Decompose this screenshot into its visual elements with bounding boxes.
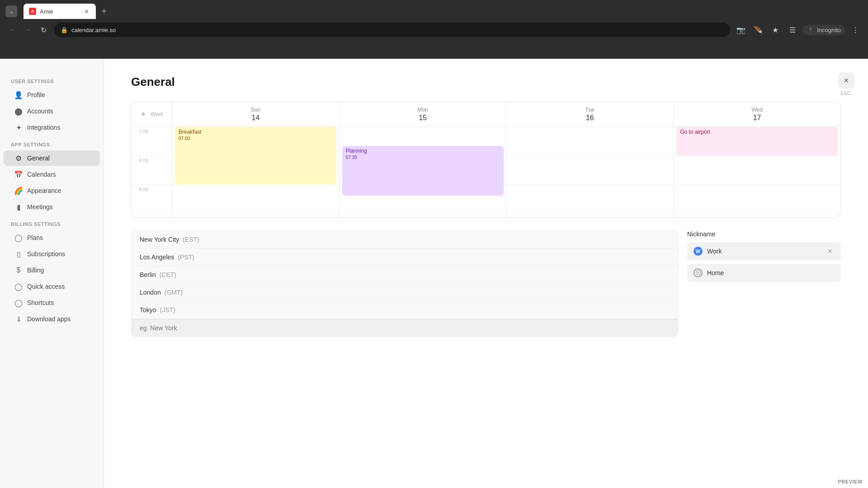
sidebar-item-profile[interactable]: 👤 Profile <box>4 87 100 103</box>
nickname-work-remove-button[interactable]: × <box>826 247 835 256</box>
nickname-dot-home: ☉ <box>693 268 703 277</box>
timezone-search-input[interactable] <box>132 319 678 337</box>
sidebar-item-integrations[interactable]: ✦ Integrations <box>4 120 100 135</box>
back-button[interactable]: ← <box>5 23 20 37</box>
cal-events-wed: Go to airport <box>674 127 840 217</box>
esc-label: ESC <box>840 90 851 96</box>
cal-day-num-mon: 15 <box>347 114 499 122</box>
sidebar-item-subscriptions-label: Subscriptions <box>27 250 65 258</box>
nickname-section: Nickname W Work × ☉ Home <box>687 230 841 337</box>
sidebar-item-meetings-label: Meetings <box>27 203 53 211</box>
incognito-badge: 🕴 Incognito <box>802 25 845 35</box>
event-planning[interactable]: Planning 07:30 <box>342 146 504 196</box>
menu-button[interactable]: ⋮ <box>848 23 863 37</box>
calendar-body: 7:00 8:00 9:00 Breakfast <box>132 127 840 217</box>
sidebar-item-calendars-label: Calendars <box>27 171 56 178</box>
sidebar-item-appearance[interactable]: 🌈 Appearance <box>4 183 100 198</box>
browser-chrome: ⌄ A Amie ✕ + ← → ↻ 🔒 calendar.amie.so 📷 … <box>0 0 868 59</box>
sidebar-item-quick-access-label: Quick access <box>27 283 65 290</box>
event-breakfast-time: 07:00 <box>179 136 333 141</box>
nickname-home-text: Home <box>707 269 835 277</box>
incognito-label: Incognito <box>817 27 841 33</box>
cal-day-num-tue: 16 <box>514 114 666 122</box>
sidebar-item-plans[interactable]: ◯ Plans <box>4 230 100 245</box>
bookmark-icon[interactable]: ★ <box>768 23 783 37</box>
extensions-icon[interactable]: 🪶 <box>751 23 765 37</box>
sidebar-item-quick-access[interactable]: ◯ Quick access <box>4 279 100 294</box>
timezone-list: New York City (EST) Los Angeles (PST) Be… <box>131 230 678 337</box>
sidebar-item-accounts[interactable]: ⬤ Accounts <box>4 103 100 119</box>
address-bar[interactable]: 🔒 calendar.amie.so <box>54 23 730 37</box>
sidebar-toggle-button[interactable]: ☰ <box>785 23 800 37</box>
security-lock-icon: 🔒 <box>61 27 68 33</box>
sidebar-item-billing[interactable]: $ Billing <box>4 263 100 278</box>
timezone-item-tokyo[interactable]: Tokyo (JST) <box>132 301 678 319</box>
timezone-section: New York City (EST) Los Angeles (PST) Be… <box>131 230 841 337</box>
event-planning-time: 07:30 <box>346 155 500 160</box>
sidebar-item-subscriptions[interactable]: ▯ Subscriptions <box>4 246 100 262</box>
new-tab-button[interactable]: + <box>98 5 110 18</box>
tab-bar: ⌄ A Amie ✕ + <box>0 0 868 19</box>
screen-capture-icon[interactable]: 📷 <box>734 23 748 37</box>
nickname-dot-work: W <box>693 247 703 256</box>
cal-day-name-wed: Wed <box>681 107 833 113</box>
appearance-icon: 🌈 <box>14 187 23 195</box>
sidebar-item-general-label: General <box>27 155 50 162</box>
cal-events-mon: Planning 07:30 <box>340 127 507 217</box>
cal-day-wed: Wed 17 <box>674 102 840 127</box>
sidebar-item-shortcuts[interactable]: ◯ Shortcuts <box>4 295 100 310</box>
cal-sidebar-header: + Work <box>132 102 172 127</box>
active-tab[interactable]: A Amie ✕ <box>24 4 96 19</box>
calendars-icon: 📅 <box>14 170 23 178</box>
subscriptions-icon: ▯ <box>14 250 23 258</box>
incognito-icon: 🕴 <box>807 27 814 33</box>
timezone-item-nyc[interactable]: New York City (EST) <box>132 231 678 249</box>
reload-button[interactable]: ↻ <box>36 23 51 37</box>
sidebar-item-accounts-label: Accounts <box>27 108 53 115</box>
cal-add-button[interactable]: + <box>139 110 148 119</box>
sidebar-item-meetings[interactable]: ▮ Meetings <box>4 199 100 215</box>
sidebar-item-download-apps-label: Download apps <box>27 315 71 323</box>
cal-day-name-sun: Sun <box>179 107 332 113</box>
profile-icon: 👤 <box>14 91 23 99</box>
sidebar-item-calendars[interactable]: 📅 Calendars <box>4 167 100 182</box>
sidebar-item-general[interactable]: ⚙ General <box>4 150 100 166</box>
cal-day-num-sun: 14 <box>179 114 332 122</box>
app-content: User Settings 👤 Profile ⬤ Accounts ✦ Int… <box>0 59 868 488</box>
billing-icon: $ <box>14 266 23 274</box>
timezone-item-berlin[interactable]: Berlin (CET) <box>132 266 678 284</box>
cal-work-label: Work <box>151 111 163 117</box>
user-settings-section-label: User Settings <box>0 72 104 87</box>
timezone-input-row <box>132 319 678 337</box>
page-title: General <box>131 75 841 89</box>
event-breakfast[interactable]: Breakfast 07:00 <box>175 127 336 185</box>
tab-close-button[interactable]: ✕ <box>82 7 90 15</box>
tab-favicon: A <box>29 8 36 15</box>
sidebar-item-shortcuts-label: Shortcuts <box>27 299 54 306</box>
cal-day-sun: Sun 14 <box>172 102 340 127</box>
toolbar: ← → ↻ 🔒 calendar.amie.so 📷 🪶 ★ ☰ 🕴 Incog… <box>0 19 868 41</box>
close-settings-button[interactable]: × <box>838 72 854 89</box>
tab-title: Amie <box>40 8 79 15</box>
timezone-item-la[interactable]: Los Angeles (PST) <box>132 249 678 266</box>
url-display: calendar.amie.so <box>71 27 724 33</box>
app-settings-section-label: App Settings <box>0 136 104 150</box>
cal-day-mon: Mon 15 <box>340 102 507 127</box>
toolbar-actions: 📷 🪶 ★ ☰ 🕴 Incognito ⋮ <box>734 23 863 37</box>
nav-buttons: ← → ↻ <box>5 23 51 37</box>
nickname-item-work: W Work × <box>687 242 841 260</box>
quick-access-icon: ◯ <box>14 282 23 291</box>
accounts-icon: ⬤ <box>14 107 23 115</box>
main-content: General + Work Sun 14 Mon 15 Tue <box>104 59 868 488</box>
sidebar-item-integrations-label: Integrations <box>27 124 60 131</box>
timezone-item-london[interactable]: London (GMT) <box>132 284 678 301</box>
tab-navigation: ⌄ <box>5 5 20 17</box>
tab-group-button[interactable]: ⌄ <box>5 5 17 17</box>
plans-icon: ◯ <box>14 234 23 242</box>
sidebar-item-download-apps[interactable]: ⇓ Download apps <box>4 311 100 327</box>
event-airport[interactable]: Go to airport <box>676 127 838 156</box>
cal-time-900: 9:00 <box>132 185 172 214</box>
integrations-icon: ✦ <box>14 123 23 131</box>
forward-button[interactable]: → <box>21 23 35 37</box>
cal-time-label-900: 9:00 <box>139 187 148 192</box>
